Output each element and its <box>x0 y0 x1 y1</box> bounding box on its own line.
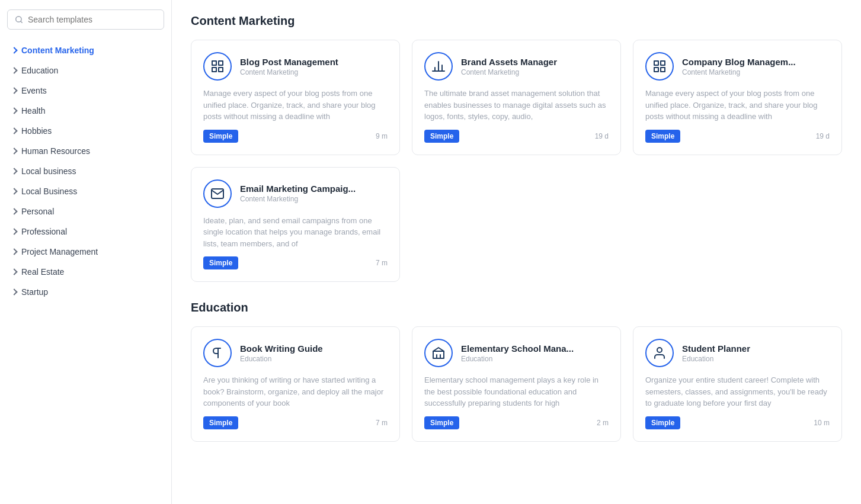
svg-rect-14 <box>433 351 444 358</box>
svg-point-17 <box>657 348 662 352</box>
chevron-icon <box>11 47 17 53</box>
card-description: The ultimate brand asset management solu… <box>424 88 609 123</box>
template-card[interactable]: Email Marketing Campaig...Content Market… <box>191 167 400 283</box>
sidebar-item-events[interactable]: Events <box>7 81 164 101</box>
card-time: 7 m <box>376 259 388 267</box>
card-footer: Simple10 m <box>645 416 830 429</box>
chevron-icon <box>11 268 17 275</box>
complexity-badge[interactable]: Simple <box>424 130 459 143</box>
card-footer: Simple19 d <box>424 130 609 143</box>
card-title-block: Book Writing GuideEducation <box>240 344 323 363</box>
sidebar-item-label: Startup <box>21 287 48 297</box>
card-title: Elementary School Mana... <box>461 344 574 354</box>
chevron-icon <box>11 107 17 114</box>
sidebar-item-professional[interactable]: Professional <box>7 221 164 242</box>
chevron-icon <box>11 288 17 295</box>
complexity-badge[interactable]: Simple <box>203 130 238 143</box>
template-card[interactable]: Book Writing GuideEducationAre you think… <box>191 326 400 442</box>
complexity-badge[interactable]: Simple <box>424 416 459 429</box>
sidebar-item-label: Personal <box>21 207 54 216</box>
template-card[interactable]: Blog Post ManagementContent MarketingMan… <box>191 40 400 155</box>
card-title: Email Marketing Campaig... <box>240 184 356 194</box>
sidebar-item-human-resources[interactable]: Human Resources <box>7 141 164 161</box>
sidebar-item-hobbies[interactable]: Hobbies <box>7 121 164 141</box>
sidebar-item-label: Events <box>21 86 47 95</box>
chevron-icon <box>11 168 17 174</box>
card-time: 9 m <box>376 132 388 140</box>
card-header: Email Marketing Campaig...Content Market… <box>203 179 388 208</box>
card-header: Blog Post ManagementContent Marketing <box>203 52 388 81</box>
sidebar-item-education[interactable]: Education <box>7 60 164 81</box>
card-time: 10 m <box>814 419 830 427</box>
search-input[interactable] <box>28 15 156 24</box>
sidebar-item-content-marketing[interactable]: Content Marketing <box>7 40 164 60</box>
svg-rect-4 <box>212 68 216 72</box>
section-content-marketing: Content Marketing Blog Post ManagementCo… <box>191 14 842 282</box>
card-title-block: Student PlannerEducation <box>682 344 750 363</box>
card-title-block: Elementary School Mana...Education <box>461 344 574 363</box>
card-title-block: Company Blog Managem...Content Marketing <box>682 57 796 76</box>
template-card[interactable]: Student PlannerEducationOrganize your en… <box>633 326 842 442</box>
card-header: Elementary School Mana...Education <box>424 339 609 367</box>
complexity-badge[interactable]: Simple <box>203 416 238 429</box>
sidebar-item-personal[interactable]: Personal <box>7 201 164 221</box>
card-category: Education <box>682 355 750 363</box>
card-title: Blog Post Management <box>240 57 338 67</box>
card-description: Are you thinking of writing or have star… <box>203 374 388 409</box>
card-icon <box>203 179 232 208</box>
chevron-icon <box>11 87 17 94</box>
sidebar-item-real-estate[interactable]: Real Estate <box>7 262 164 282</box>
template-card[interactable]: Company Blog Managem...Content Marketing… <box>633 40 842 155</box>
card-category: Education <box>461 355 574 363</box>
complexity-badge[interactable]: Simple <box>203 256 238 269</box>
section-education: Education Book Writing GuideEducationAre… <box>191 301 842 442</box>
template-card[interactable]: Elementary School Mana...EducationElemen… <box>412 326 621 442</box>
complexity-badge[interactable]: Simple <box>645 416 680 429</box>
cards-grid: Blog Post ManagementContent MarketingMan… <box>191 40 842 282</box>
card-title: Book Writing Guide <box>240 344 323 354</box>
sidebar-item-local-business[interactable]: Local business <box>7 161 164 181</box>
card-title: Student Planner <box>682 344 750 354</box>
card-time: 19 d <box>595 132 609 140</box>
svg-rect-13 <box>661 68 665 72</box>
card-category: Education <box>240 355 323 363</box>
section-title: Education <box>191 301 842 314</box>
card-description: Ideate, plan, and send email campaigns f… <box>203 215 388 250</box>
card-title-block: Email Marketing Campaig...Content Market… <box>240 184 356 203</box>
cards-grid: Book Writing GuideEducationAre you think… <box>191 326 842 442</box>
section-title: Content Marketing <box>191 14 842 28</box>
chevron-icon <box>11 228 17 235</box>
card-header: Book Writing GuideEducation <box>203 339 388 367</box>
complexity-badge[interactable]: Simple <box>645 130 680 143</box>
sidebar-item-health[interactable]: Health <box>7 101 164 121</box>
card-category: Content Marketing <box>240 68 338 76</box>
chevron-icon <box>11 147 17 154</box>
card-category: Content Marketing <box>240 195 356 203</box>
sidebar-item-startup[interactable]: Startup <box>7 282 164 302</box>
card-icon <box>424 52 453 81</box>
template-card[interactable]: Brand Assets ManagerContent MarketingThe… <box>412 40 621 155</box>
svg-rect-11 <box>661 61 665 65</box>
sidebar: Content MarketingEducationEventsHealthHo… <box>0 0 172 504</box>
chevron-icon <box>11 208 17 214</box>
card-description: Organize your entire student career! Com… <box>645 374 830 409</box>
sidebar-item-project-management[interactable]: Project Management <box>7 242 164 262</box>
sidebar-item-label: Education <box>21 66 58 75</box>
card-header: Student PlannerEducation <box>645 339 830 367</box>
card-icon <box>424 339 453 367</box>
card-category: Content Marketing <box>461 68 557 76</box>
card-icon <box>203 339 232 367</box>
card-description: Manage every aspect of your blog posts f… <box>203 88 388 123</box>
sidebar-item-label: Hobbies <box>21 126 52 136</box>
card-footer: Simple7 m <box>203 416 388 429</box>
card-time: 7 m <box>376 419 388 427</box>
card-footer: Simple19 d <box>645 130 830 143</box>
sidebar-nav: Content MarketingEducationEventsHealthHo… <box>7 40 164 302</box>
main-content: Content Marketing Blog Post ManagementCo… <box>172 0 861 504</box>
chevron-icon <box>11 127 17 134</box>
card-header: Brand Assets ManagerContent Marketing <box>424 52 609 81</box>
sidebar-item-local-business[interactable]: Local Business <box>7 181 164 201</box>
search-box[interactable] <box>7 9 164 30</box>
card-time: 19 d <box>816 132 830 140</box>
chevron-icon <box>11 67 17 73</box>
